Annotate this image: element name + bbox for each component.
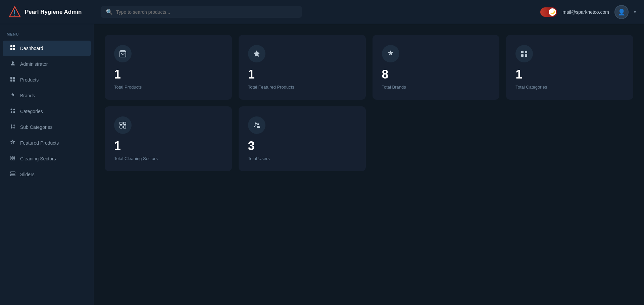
stats-bottom-grid: 1 Total Cleaning Sectors 3 Total Users	[105, 106, 633, 171]
products-icon	[9, 77, 16, 83]
sidebar-item-administrator[interactable]: Administrator	[3, 56, 91, 72]
stat-card-total-brands: 8 Total Brands	[373, 35, 500, 100]
svg-rect-34	[120, 122, 122, 124]
svg-rect-23	[11, 156, 12, 158]
sidebar-label-products: Products	[20, 77, 39, 83]
total-brands-label: Total Brands	[382, 85, 490, 90]
user-email: mail@sparknetco.com	[562, 9, 609, 15]
sidebar-label-categories: Categories	[20, 109, 43, 114]
svg-rect-37	[123, 126, 126, 128]
brand-name: Pearl Hygiene Admin	[25, 9, 82, 15]
brands-stat-icon	[387, 50, 395, 58]
dark-mode-toggle[interactable]: 🌙	[540, 7, 557, 17]
total-featured-number: 1	[248, 68, 356, 81]
sidebar-item-featured-products[interactable]: Featured Products	[3, 135, 91, 151]
stat-card-total-featured: 1 Total Featured Products	[239, 35, 366, 100]
total-cleaning-number: 1	[114, 140, 222, 152]
main-content: 1 Total Products 1 Total Featured Produc…	[94, 24, 644, 305]
cleaning-stat-icon	[119, 121, 127, 129]
chevron-down-icon[interactable]: ▾	[634, 10, 636, 14]
svg-rect-5	[10, 48, 12, 50]
svg-rect-36	[120, 126, 122, 128]
svg-rect-35	[123, 122, 126, 124]
total-featured-icon-wrap	[248, 45, 265, 62]
sidebar-label-sliders: Sliders	[20, 172, 35, 177]
total-products-label: Total Products	[114, 85, 222, 90]
logo-icon	[8, 5, 21, 19]
sidebar-item-dashboard[interactable]: Dashboard	[3, 41, 91, 56]
sidebar: MENU Dashboard Administrator	[0, 24, 94, 305]
total-brands-icon-wrap	[382, 45, 399, 62]
sidebar-label-dashboard: Dashboard	[20, 46, 43, 51]
svg-rect-33	[525, 54, 527, 57]
total-categories-icon-wrap	[515, 45, 533, 62]
total-cleaning-label: Total Cleaning Sectors	[114, 156, 222, 161]
svg-rect-27	[10, 172, 15, 173]
sidebar-label-cleaning-sectors: Cleaning Sectors	[20, 156, 56, 161]
sidebar-item-subcategories[interactable]: Sub Categories	[3, 119, 91, 135]
sidebar-item-sliders[interactable]: Sliders	[3, 167, 91, 182]
svg-rect-24	[13, 156, 15, 158]
sidebar-item-brands[interactable]: Brands	[3, 88, 91, 103]
users-stat-icon	[253, 121, 261, 129]
svg-rect-28	[10, 174, 15, 176]
header-right: 🌙 mail@sparknetco.com 👤 ▾	[540, 5, 636, 19]
total-users-icon-wrap	[248, 116, 265, 134]
total-brands-number: 8	[382, 68, 490, 81]
svg-rect-8	[10, 77, 12, 79]
svg-point-16	[11, 124, 12, 126]
dashboard-icon	[9, 45, 16, 52]
cleaning-icon	[9, 155, 16, 162]
total-users-number: 3	[248, 140, 356, 152]
sidebar-label-administrator: Administrator	[20, 61, 48, 67]
svg-point-39	[257, 123, 259, 125]
total-categories-label: Total Categories	[515, 85, 624, 90]
header: Pearl Hygiene Admin 🔍 🌙 mail@sparknetco.…	[0, 0, 644, 24]
search-icon: 🔍	[106, 9, 113, 15]
svg-rect-26	[13, 158, 15, 160]
svg-rect-11	[13, 80, 15, 82]
svg-point-38	[255, 122, 257, 124]
svg-point-14	[11, 111, 12, 113]
total-users-label: Total Users	[248, 156, 356, 161]
subcategories-icon	[9, 124, 16, 131]
svg-rect-32	[521, 54, 524, 57]
sidebar-item-products[interactable]: Products	[3, 72, 91, 88]
svg-rect-3	[10, 45, 12, 47]
total-cleaning-icon-wrap	[114, 116, 132, 134]
avatar-icon: 👤	[618, 8, 625, 16]
search-bar[interactable]: 🔍	[101, 6, 302, 18]
avatar[interactable]: 👤	[614, 5, 629, 19]
shopping-bag-icon	[119, 50, 127, 58]
search-input[interactable]	[116, 9, 297, 15]
categories-stat-icon	[520, 50, 528, 58]
svg-point-13	[13, 109, 15, 110]
featured-icon	[9, 140, 16, 146]
stats-top-grid: 1 Total Products 1 Total Featured Produc…	[105, 35, 633, 100]
stat-card-total-cleaning: 1 Total Cleaning Sectors	[105, 106, 232, 171]
svg-point-15	[13, 111, 15, 113]
svg-rect-31	[525, 51, 527, 53]
layout: MENU Dashboard Administrator	[0, 24, 644, 305]
svg-point-7	[12, 61, 14, 63]
moon-icon: 🌙	[550, 10, 555, 14]
total-products-icon-wrap	[114, 45, 132, 62]
total-featured-label: Total Featured Products	[248, 85, 356, 90]
sidebar-item-categories[interactable]: Categories	[3, 104, 91, 119]
sliders-icon	[9, 171, 16, 178]
svg-rect-25	[11, 158, 12, 160]
svg-rect-10	[10, 80, 12, 82]
svg-rect-9	[13, 77, 15, 79]
brand: Pearl Hygiene Admin	[8, 5, 95, 19]
toggle-circle: 🌙	[549, 8, 556, 16]
brands-icon	[9, 92, 16, 99]
svg-rect-30	[521, 51, 524, 53]
stat-card-total-users: 3 Total Users	[239, 106, 366, 171]
sidebar-label-brands: Brands	[20, 93, 35, 98]
svg-point-12	[11, 109, 12, 110]
sidebar-label-subcategories: Sub Categories	[20, 124, 53, 130]
total-products-number: 1	[114, 68, 222, 81]
sidebar-item-cleaning-sectors[interactable]: Cleaning Sectors	[3, 151, 91, 166]
categories-icon	[9, 108, 16, 115]
svg-point-2	[14, 14, 15, 15]
